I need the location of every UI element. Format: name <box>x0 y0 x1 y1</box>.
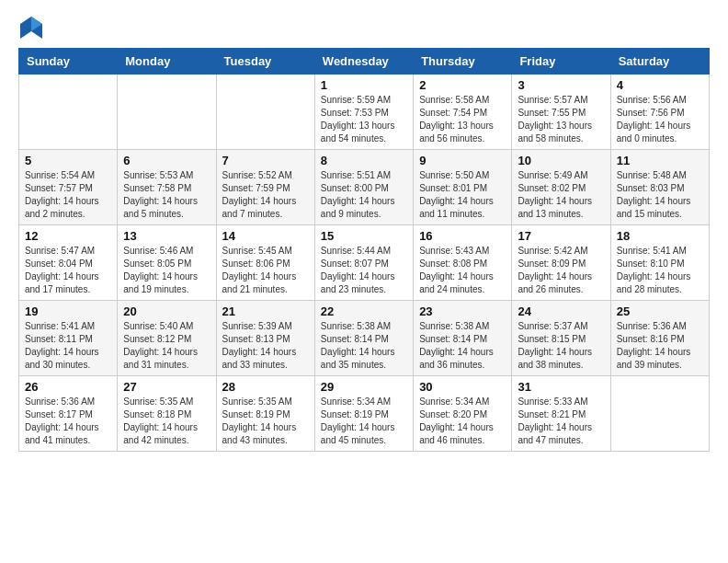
day-number: 13 <box>123 229 210 243</box>
day-number: 23 <box>419 304 506 318</box>
day-info: Sunrise: 5:41 AM Sunset: 8:10 PM Dayligh… <box>617 245 703 296</box>
day-info: Sunrise: 5:37 AM Sunset: 8:15 PM Dayligh… <box>518 320 604 372</box>
day-info: Sunrise: 5:47 AM Sunset: 8:04 PM Dayligh… <box>25 245 111 296</box>
day-number: 15 <box>321 229 407 243</box>
day-number: 17 <box>518 229 604 243</box>
day-number: 12 <box>25 229 111 243</box>
day-info: Sunrise: 5:54 AM Sunset: 7:57 PM Dayligh… <box>25 169 111 221</box>
calendar-cell: 16Sunrise: 5:43 AM Sunset: 8:08 PM Dayli… <box>414 225 512 301</box>
day-number: 28 <box>222 380 309 394</box>
calendar-cell: 29Sunrise: 5:34 AM Sunset: 8:19 PM Dayli… <box>314 376 413 452</box>
calendar-cell: 14Sunrise: 5:45 AM Sunset: 8:06 PM Dayli… <box>216 225 314 301</box>
calendar-cell <box>610 376 709 452</box>
day-number: 25 <box>617 304 703 318</box>
logo <box>18 15 48 40</box>
day-number: 5 <box>25 154 111 167</box>
calendar-cell: 6Sunrise: 5:53 AM Sunset: 7:58 PM Daylig… <box>118 150 216 225</box>
day-number: 27 <box>123 380 210 394</box>
calendar-cell: 24Sunrise: 5:37 AM Sunset: 8:15 PM Dayli… <box>512 301 610 376</box>
day-number: 18 <box>617 229 703 243</box>
day-info: Sunrise: 5:46 AM Sunset: 8:05 PM Dayligh… <box>123 245 210 296</box>
day-number: 9 <box>419 154 506 167</box>
day-number: 4 <box>617 78 703 92</box>
day-info: Sunrise: 5:38 AM Sunset: 8:14 PM Dayligh… <box>419 320 506 372</box>
calendar-cell <box>118 75 216 150</box>
day-number: 24 <box>518 304 604 318</box>
day-number: 1 <box>321 78 407 92</box>
day-number: 22 <box>321 304 407 318</box>
calendar-cell: 12Sunrise: 5:47 AM Sunset: 8:04 PM Dayli… <box>19 225 118 301</box>
day-info: Sunrise: 5:39 AM Sunset: 8:13 PM Dayligh… <box>222 320 309 372</box>
calendar-cell: 9Sunrise: 5:50 AM Sunset: 8:01 PM Daylig… <box>414 150 512 225</box>
calendar-cell: 3Sunrise: 5:57 AM Sunset: 7:55 PM Daylig… <box>512 75 610 150</box>
calendar-cell: 19Sunrise: 5:41 AM Sunset: 8:11 PM Dayli… <box>19 301 118 376</box>
calendar-cell: 8Sunrise: 5:51 AM Sunset: 8:00 PM Daylig… <box>314 150 413 225</box>
calendar-cell: 7Sunrise: 5:52 AM Sunset: 7:59 PM Daylig… <box>216 150 314 225</box>
day-info: Sunrise: 5:52 AM Sunset: 7:59 PM Dayligh… <box>222 169 309 221</box>
calendar-cell <box>19 75 118 150</box>
calendar-cell: 28Sunrise: 5:35 AM Sunset: 8:19 PM Dayli… <box>216 376 314 452</box>
day-number: 19 <box>25 304 111 318</box>
day-info: Sunrise: 5:59 AM Sunset: 7:53 PM Dayligh… <box>321 94 407 145</box>
calendar-cell: 31Sunrise: 5:33 AM Sunset: 8:21 PM Dayli… <box>512 376 610 452</box>
day-info: Sunrise: 5:50 AM Sunset: 8:01 PM Dayligh… <box>419 169 506 221</box>
day-info: Sunrise: 5:43 AM Sunset: 8:08 PM Dayligh… <box>419 245 506 296</box>
calendar-cell: 15Sunrise: 5:44 AM Sunset: 8:07 PM Dayli… <box>314 225 413 301</box>
day-number: 14 <box>222 229 309 243</box>
day-info: Sunrise: 5:57 AM Sunset: 7:55 PM Dayligh… <box>518 94 604 145</box>
calendar-cell: 10Sunrise: 5:49 AM Sunset: 8:02 PM Dayli… <box>512 150 610 225</box>
calendar-cell: 13Sunrise: 5:46 AM Sunset: 8:05 PM Dayli… <box>118 225 216 301</box>
calendar-cell: 2Sunrise: 5:58 AM Sunset: 7:54 PM Daylig… <box>414 75 512 150</box>
day-number: 16 <box>419 229 506 243</box>
calendar-cell: 4Sunrise: 5:56 AM Sunset: 7:56 PM Daylig… <box>610 75 709 150</box>
day-number: 2 <box>419 78 506 92</box>
day-info: Sunrise: 5:40 AM Sunset: 8:12 PM Dayligh… <box>123 320 210 372</box>
day-info: Sunrise: 5:34 AM Sunset: 8:19 PM Dayligh… <box>321 396 407 447</box>
day-number: 20 <box>123 304 210 318</box>
day-info: Sunrise: 5:49 AM Sunset: 8:02 PM Dayligh… <box>518 169 604 221</box>
day-info: Sunrise: 5:44 AM Sunset: 8:07 PM Dayligh… <box>321 245 407 296</box>
day-number: 3 <box>518 78 604 92</box>
day-info: Sunrise: 5:41 AM Sunset: 8:11 PM Dayligh… <box>25 320 111 372</box>
weekday-header-friday: Friday <box>512 49 610 75</box>
calendar-cell: 26Sunrise: 5:36 AM Sunset: 8:17 PM Dayli… <box>19 376 118 452</box>
calendar-table: SundayMondayTuesdayWednesdayThursdayFrid… <box>18 48 710 452</box>
day-info: Sunrise: 5:33 AM Sunset: 8:21 PM Dayligh… <box>518 396 604 447</box>
calendar-cell: 1Sunrise: 5:59 AM Sunset: 7:53 PM Daylig… <box>314 75 413 150</box>
day-info: Sunrise: 5:51 AM Sunset: 8:00 PM Dayligh… <box>321 169 407 221</box>
calendar-cell: 27Sunrise: 5:35 AM Sunset: 8:18 PM Dayli… <box>118 376 216 452</box>
calendar-cell: 20Sunrise: 5:40 AM Sunset: 8:12 PM Dayli… <box>118 301 216 376</box>
day-number: 8 <box>321 154 407 167</box>
day-number: 11 <box>617 154 703 167</box>
day-info: Sunrise: 5:36 AM Sunset: 8:16 PM Dayligh… <box>617 320 703 372</box>
day-info: Sunrise: 5:58 AM Sunset: 7:54 PM Dayligh… <box>419 94 506 145</box>
day-info: Sunrise: 5:48 AM Sunset: 8:03 PM Dayligh… <box>617 169 703 221</box>
calendar-cell: 23Sunrise: 5:38 AM Sunset: 8:14 PM Dayli… <box>414 301 512 376</box>
calendar-cell: 21Sunrise: 5:39 AM Sunset: 8:13 PM Dayli… <box>216 301 314 376</box>
day-number: 26 <box>25 380 111 394</box>
day-info: Sunrise: 5:36 AM Sunset: 8:17 PM Dayligh… <box>25 396 111 447</box>
day-number: 29 <box>321 380 407 394</box>
calendar-cell: 18Sunrise: 5:41 AM Sunset: 8:10 PM Dayli… <box>610 225 709 301</box>
day-info: Sunrise: 5:35 AM Sunset: 8:18 PM Dayligh… <box>123 396 210 447</box>
calendar-cell: 17Sunrise: 5:42 AM Sunset: 8:09 PM Dayli… <box>512 225 610 301</box>
day-number: 31 <box>518 380 604 394</box>
day-info: Sunrise: 5:38 AM Sunset: 8:14 PM Dayligh… <box>321 320 407 372</box>
weekday-header-saturday: Saturday <box>610 49 709 75</box>
day-info: Sunrise: 5:42 AM Sunset: 8:09 PM Dayligh… <box>518 245 604 296</box>
day-number: 7 <box>222 154 309 167</box>
calendar-cell: 11Sunrise: 5:48 AM Sunset: 8:03 PM Dayli… <box>610 150 709 225</box>
day-info: Sunrise: 5:35 AM Sunset: 8:19 PM Dayligh… <box>222 396 309 447</box>
weekday-header-monday: Monday <box>118 49 216 75</box>
weekday-header-wednesday: Wednesday <box>314 49 413 75</box>
calendar-cell <box>216 75 314 150</box>
calendar-cell: 5Sunrise: 5:54 AM Sunset: 7:57 PM Daylig… <box>19 150 118 225</box>
page-container: SundayMondayTuesdayWednesdayThursdayFrid… <box>0 0 728 466</box>
calendar-cell: 30Sunrise: 5:34 AM Sunset: 8:20 PM Dayli… <box>414 376 512 452</box>
calendar-cell: 25Sunrise: 5:36 AM Sunset: 8:16 PM Dayli… <box>610 301 709 376</box>
logo-icon <box>18 15 44 40</box>
day-info: Sunrise: 5:56 AM Sunset: 7:56 PM Dayligh… <box>617 94 703 145</box>
day-info: Sunrise: 5:53 AM Sunset: 7:58 PM Dayligh… <box>123 169 210 221</box>
header <box>18 15 710 40</box>
day-info: Sunrise: 5:34 AM Sunset: 8:20 PM Dayligh… <box>419 396 506 447</box>
